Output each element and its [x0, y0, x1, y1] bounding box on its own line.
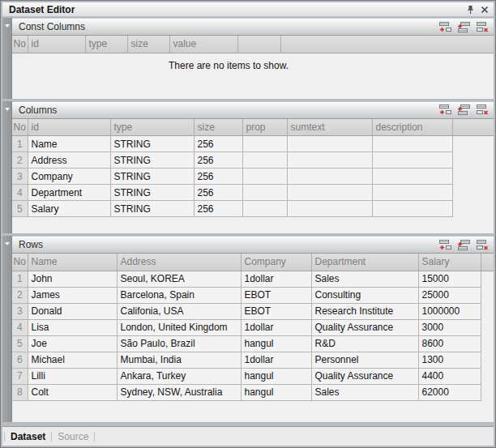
column-header-empty[interactable]	[237, 36, 280, 53]
cell[interactable]: 1300	[418, 352, 481, 368]
column-header-Salary[interactable]: Salary	[418, 254, 481, 271]
tab-dataset[interactable]: Dataset	[5, 431, 51, 442]
insert-row-button[interactable]	[457, 104, 471, 116]
cell[interactable]: 8600	[418, 335, 481, 352]
column-header-No[interactable]: No	[12, 254, 28, 271]
cell[interactable]: Sales	[311, 271, 418, 287]
column-header-Name[interactable]: Name	[28, 254, 117, 271]
cell[interactable]	[287, 152, 372, 169]
cell[interactable]	[287, 185, 372, 201]
cell[interactable]	[372, 169, 452, 185]
cell[interactable]: Califonia, USA	[117, 303, 241, 319]
insert-row-button[interactable]	[457, 21, 471, 33]
cell[interactable]: STRING	[110, 185, 194, 201]
cell[interactable]: Address	[28, 152, 110, 169]
cell[interactable]: Colt	[28, 384, 117, 400]
row-number[interactable]: 1	[12, 136, 28, 152]
row-number[interactable]: 2	[12, 152, 28, 169]
cell[interactable]	[242, 201, 287, 217]
cell[interactable]: STRING	[110, 169, 194, 185]
cell[interactable]: 256	[194, 136, 242, 152]
row-number[interactable]: 1	[12, 271, 28, 287]
column-header-id[interactable]: id	[28, 36, 85, 53]
cell[interactable]: hangul	[241, 335, 311, 352]
cell[interactable]	[242, 152, 287, 169]
cell[interactable]: 1000000	[418, 303, 481, 319]
collapse-section-icon[interactable]	[5, 24, 10, 28]
cell[interactable]: 1dollar	[241, 319, 311, 335]
append-row-button[interactable]	[438, 104, 452, 116]
cell[interactable]: STRING	[110, 136, 194, 152]
cell[interactable]: Lisa	[28, 319, 117, 335]
column-header-No[interactable]: No	[12, 119, 28, 136]
cell[interactable]	[287, 136, 372, 152]
column-header-No[interactable]: No	[12, 36, 28, 53]
row-number[interactable]: 8	[12, 384, 28, 400]
cell[interactable]: Donald	[28, 303, 117, 319]
cell[interactable]: EBOT	[241, 287, 311, 303]
row-number[interactable]: 4	[12, 185, 28, 201]
insert-row-button[interactable]	[457, 239, 471, 251]
cell[interactable]: Sales	[311, 384, 418, 400]
column-header-Address[interactable]: Address	[117, 254, 241, 271]
column-header-type[interactable]: type	[110, 119, 194, 136]
cell[interactable]	[242, 136, 287, 152]
cell[interactable]: Personnel	[311, 352, 418, 368]
row-number[interactable]: 2	[12, 287, 28, 303]
cell[interactable]: Joe	[28, 335, 117, 352]
column-header-Department[interactable]: Department	[311, 254, 418, 271]
cell[interactable]: Barcelona, Spain	[117, 287, 241, 303]
cell[interactable]: R&D	[311, 335, 418, 352]
cell[interactable]: Company	[28, 169, 110, 185]
cell[interactable]	[242, 169, 287, 185]
cell[interactable]: 256	[194, 201, 242, 217]
cell[interactable]: Quality Assurance	[311, 319, 418, 335]
cell[interactable]: hangul	[241, 368, 311, 384]
column-header-size[interactable]: size	[194, 119, 242, 136]
cell[interactable]: London, United Kingdom	[117, 319, 241, 335]
column-header-Company[interactable]: Company	[241, 254, 311, 271]
cell[interactable]: Consulting	[311, 287, 418, 303]
row-number[interactable]: 4	[12, 319, 28, 335]
cell[interactable]	[372, 152, 452, 169]
cell[interactable]: 256	[194, 185, 242, 201]
cell[interactable]	[372, 201, 452, 217]
row-number[interactable]: 3	[12, 303, 28, 319]
column-header-value[interactable]: value	[169, 36, 237, 53]
cell[interactable]	[372, 185, 452, 201]
cell[interactable]: 62000	[418, 384, 481, 400]
row-number[interactable]: 6	[12, 352, 28, 368]
cell[interactable]: 1dollar	[241, 352, 311, 368]
column-header-description[interactable]: description	[372, 119, 452, 136]
delete-row-button[interactable]	[476, 21, 490, 33]
cell[interactable]: Name	[28, 136, 110, 152]
cell[interactable]: Sydney, NSW, Australia	[117, 384, 241, 400]
row-number[interactable]: 3	[12, 169, 28, 185]
cell[interactable]	[372, 136, 452, 152]
cell[interactable]: 256	[194, 152, 242, 169]
cell[interactable]: James	[28, 287, 117, 303]
cell[interactable]: hangul	[241, 384, 311, 400]
cell[interactable]: 1dollar	[241, 271, 311, 287]
cell[interactable]: Ankara, Turkey	[117, 368, 241, 384]
column-header-sumtext[interactable]: sumtext	[287, 119, 372, 136]
cell[interactable]: Salary	[28, 201, 110, 217]
delete-row-button[interactable]	[476, 239, 490, 251]
cell[interactable]: John	[28, 271, 117, 287]
collapse-section-icon[interactable]	[5, 242, 10, 245]
cell[interactable]: STRING	[110, 152, 194, 169]
column-header-type[interactable]: type	[85, 36, 127, 53]
cell[interactable]: Lilli	[28, 368, 117, 384]
delete-row-button[interactable]	[476, 104, 490, 116]
cell[interactable]: 256	[194, 169, 242, 185]
auto-hide-pin-button[interactable]	[464, 3, 477, 15]
cell[interactable]: Research Institute	[311, 303, 418, 319]
cell[interactable]: Seoul, KOREA	[117, 271, 241, 287]
cell[interactable]: Quality Assurance	[311, 368, 418, 384]
cell[interactable]: Department	[28, 185, 110, 201]
cell[interactable]: Michael	[28, 352, 117, 368]
column-header-id[interactable]: id	[28, 119, 110, 136]
tab-source[interactable]: Source	[52, 431, 94, 442]
cell[interactable]: 25000	[418, 287, 481, 303]
row-number[interactable]: 7	[12, 368, 28, 384]
